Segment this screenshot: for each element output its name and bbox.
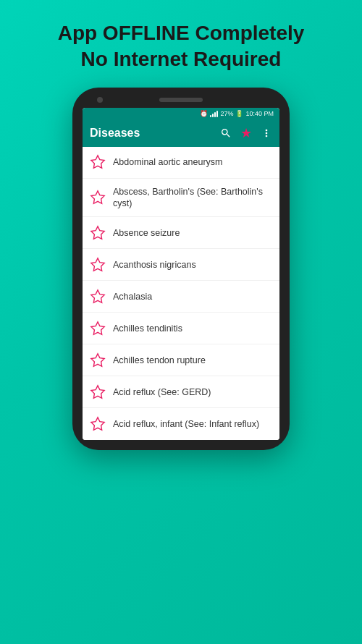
disease-list-item[interactable]: Achalasia <box>83 281 279 313</box>
favorites-star-icon[interactable]: ★ <box>240 125 252 141</box>
battery-percent: 27% <box>220 110 233 117</box>
disease-list-item[interactable]: Abscess, Bartholin's (See: Bartholin's c… <box>83 179 279 218</box>
phone-screen: ⏰ 27% 🔋 10:40 PM Diseases <box>83 108 279 441</box>
disease-name-label: Abscess, Bartholin's (See: Bartholin's c… <box>113 186 272 210</box>
phone-mockup: ⏰ 27% 🔋 10:40 PM Diseases <box>72 88 290 451</box>
disease-list-item[interactable]: Achilles tendon rupture <box>83 344 279 376</box>
favorite-star-icon[interactable] <box>90 289 106 305</box>
disease-list: Abdominal aortic aneurysmAbscess, Bartho… <box>83 147 279 441</box>
disease-name-label: Acid reflux, infant (See: Infant reflux) <box>113 418 259 430</box>
app-bar-icons: ★ <box>220 125 272 141</box>
disease-name-label: Acid reflux (See: GERD) <box>113 386 211 398</box>
disease-name-label: Absence seizure <box>113 227 180 239</box>
disease-list-item[interactable]: Achilles tendinitis <box>83 313 279 344</box>
app-title: Diseases <box>90 127 140 140</box>
favorite-star-icon[interactable] <box>90 190 106 206</box>
favorite-star-icon[interactable] <box>90 257 106 273</box>
alarm-icon: ⏰ <box>200 110 208 117</box>
search-icon[interactable] <box>220 127 232 139</box>
status-bar: ⏰ 27% 🔋 10:40 PM <box>83 108 279 119</box>
favorite-star-icon[interactable] <box>90 384 106 400</box>
disease-list-item[interactable]: Acanthosis nigricans <box>83 249 279 281</box>
disease-list-item[interactable]: Abdominal aortic aneurysm <box>83 147 279 179</box>
header-line1: App OFFLINE Completely <box>58 22 305 44</box>
favorite-star-icon[interactable] <box>90 154 106 170</box>
disease-name-label: Achilles tendinitis <box>113 323 182 334</box>
more-options-icon[interactable] <box>261 127 272 139</box>
favorite-star-icon[interactable] <box>90 416 106 432</box>
disease-list-item[interactable]: Acid reflux, infant (See: Infant reflux) <box>83 408 279 440</box>
phone-camera <box>97 97 103 103</box>
signal-bars <box>210 110 218 117</box>
header-line2: No Internet Required <box>81 48 282 70</box>
disease-name-label: Achalasia <box>113 291 152 302</box>
disease-name-label: Acanthosis nigricans <box>113 259 196 271</box>
phone-speaker <box>159 98 203 102</box>
disease-list-item[interactable]: Acid reflux (See: GERD) <box>83 376 279 408</box>
disease-name-label: Abdominal aortic aneurysm <box>113 156 222 168</box>
battery-icon: 🔋 <box>235 110 243 117</box>
status-icons: ⏰ 27% 🔋 10:40 PM <box>200 110 274 117</box>
phone-top <box>83 98 279 102</box>
header-banner: App OFFLINE Completely No Internet Requi… <box>43 0 319 88</box>
favorite-star-icon[interactable] <box>90 321 106 336</box>
favorite-star-icon[interactable] <box>90 352 106 368</box>
time-display: 10:40 PM <box>245 110 274 117</box>
disease-name-label: Achilles tendon rupture <box>113 355 206 366</box>
disease-list-item[interactable]: Absence seizure <box>83 217 279 249</box>
favorite-star-icon[interactable] <box>90 225 106 241</box>
app-bar: Diseases ★ <box>83 119 279 147</box>
